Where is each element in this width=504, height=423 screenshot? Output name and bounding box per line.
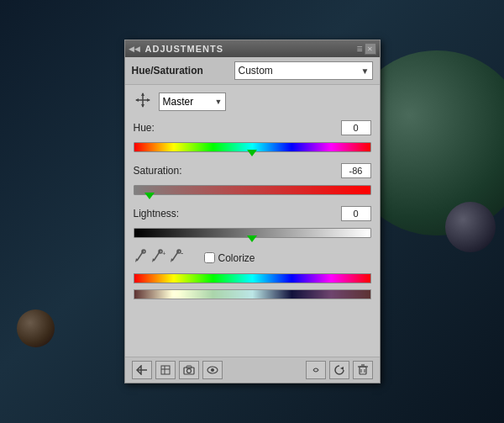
colorize-row: + - Colorize (134, 249, 371, 267)
svg-marker-27 (340, 367, 344, 370)
svg-marker-2 (141, 93, 144, 96)
lightness-value-input[interactable] (341, 206, 371, 221)
titlebar-icons: ≡ ✕ (356, 43, 375, 55)
svg-point-26 (211, 368, 214, 372)
preset-dropdown-wrapper: Custom Default Cyanotype Old Style Stron… (234, 61, 373, 80)
hue-slider-header: Hue: (134, 120, 371, 135)
lightness-track-container (134, 224, 371, 242)
channel-dropdown-wrapper: Master Reds Yellows Greens Cyans Blues M… (159, 93, 226, 111)
colorize-section: Colorize (204, 252, 255, 264)
preset-dropdown[interactable]: Custom Default Cyanotype Old Style Stron… (234, 61, 373, 80)
svg-rect-28 (360, 367, 366, 374)
toolbar-left (132, 361, 223, 379)
panel-title: ADJUSTMENTS (145, 44, 224, 54)
hue-track-container (134, 138, 371, 156)
saturation-slider-header: Saturation: (134, 163, 371, 178)
saturation-track-container (134, 181, 371, 199)
spectrum-container (134, 273, 371, 299)
link-button[interactable] (306, 361, 326, 379)
panel-body: Master Reds Yellows Greens Cyans Blues M… (125, 85, 380, 357)
svg-marker-4 (135, 98, 139, 102)
saturation-thumb[interactable] (144, 193, 155, 199)
eyedropper-subtract-icon[interactable]: - (169, 249, 184, 267)
hue-slider-row: Hue: (134, 120, 371, 156)
eyedropper-group: + - (134, 249, 184, 267)
eye-button[interactable] (202, 361, 223, 379)
eyedropper-add-icon[interactable]: + (150, 249, 165, 267)
panel-close-button[interactable]: ✕ (365, 43, 376, 55)
huesat-label: Hue/Saturation (132, 65, 203, 77)
lightness-slider-header: Lightness: (134, 206, 371, 221)
saturation-value-input[interactable] (341, 163, 371, 178)
svg-rect-19 (161, 366, 170, 374)
lightness-slider-row: Lightness: (134, 206, 371, 242)
lightness-label: Lightness: (134, 208, 180, 219)
hue-thumb[interactable] (247, 150, 257, 156)
target-adjust-icon[interactable] (134, 92, 152, 112)
saturation-track (134, 185, 371, 195)
hue-value-input[interactable] (341, 120, 371, 135)
layers-button[interactable] (155, 361, 176, 379)
master-row: Master Reds Yellows Greens Cyans Blues M… (134, 92, 371, 112)
colorize-label: Colorize (218, 252, 255, 264)
spectrum-original (134, 273, 371, 283)
panel-menu-icon[interactable]: ≡ (356, 43, 362, 55)
camera-button[interactable] (179, 361, 199, 379)
svg-text:-: - (181, 249, 183, 257)
hue-label: Hue: (134, 122, 155, 134)
svg-marker-3 (141, 104, 144, 108)
channel-dropdown[interactable]: Master Reds Yellows Greens Cyans Blues M… (159, 93, 226, 111)
svg-text:+: + (162, 250, 165, 257)
svg-point-23 (186, 369, 191, 373)
svg-marker-5 (147, 98, 150, 102)
colorize-checkbox[interactable] (204, 252, 215, 263)
saturation-slider-row: Saturation: (134, 163, 371, 199)
adjustments-panel: ◀◀ ADJUSTMENTS ≡ ✕ Hue/Saturation Custom… (124, 40, 381, 383)
collapse-icon[interactable]: ◀◀ (129, 45, 140, 53)
spectrum-adjusted (134, 289, 371, 299)
trash-button[interactable] (353, 361, 373, 379)
toolbar-right (306, 361, 373, 379)
empty-space (134, 299, 371, 350)
panel-toolbar (125, 357, 380, 383)
reset-button[interactable] (329, 361, 349, 379)
lightness-thumb[interactable] (247, 235, 257, 242)
saturation-label: Saturation: (134, 165, 182, 177)
panel-titlebar: ◀◀ ADJUSTMENTS ≡ ✕ (125, 40, 380, 57)
eyedropper-icon[interactable] (134, 249, 147, 267)
back-button[interactable] (132, 361, 152, 379)
huesat-header: Hue/Saturation Custom Default Cyanotype … (125, 57, 380, 85)
